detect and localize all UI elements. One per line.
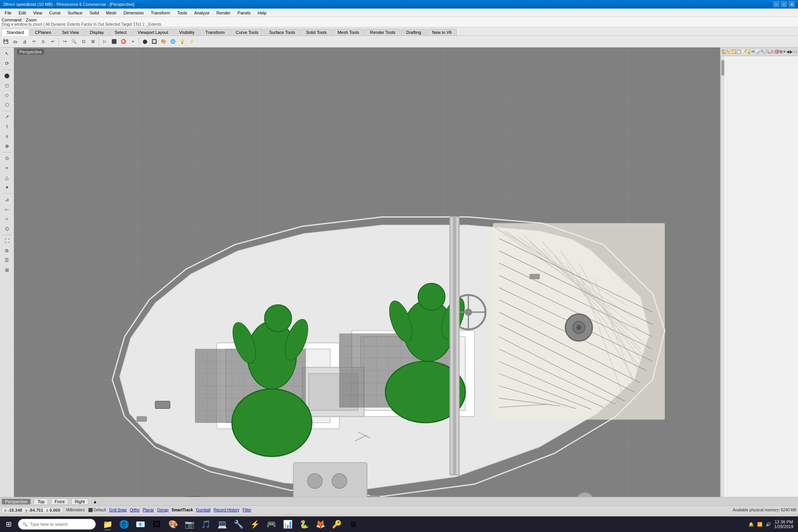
taskbar-app-7[interactable]: 💻 (214, 517, 230, 531)
right-panel-icon-17[interactable]: ↓ (796, 48, 798, 55)
left-tool-20[interactable]: ☰ (2, 256, 12, 265)
smart-track-status[interactable]: SmartTrack (172, 508, 193, 512)
right-panel-icon-4[interactable]: 📝 (742, 48, 746, 55)
toolbar-icon-15[interactable]: 🔲 (150, 37, 159, 46)
left-tool-4[interactable]: ◇ (2, 90, 12, 100)
right-panel-icon-14[interactable]: ◀ (786, 48, 789, 55)
taskbar-app-10[interactable]: 🎮 (263, 517, 279, 531)
status-snap-osnap[interactable]: Osnap (157, 508, 168, 512)
toolbar-icon-3[interactable]: ✂ (30, 37, 38, 46)
toolbar-icon-19[interactable]: ⚡ (187, 37, 196, 46)
left-tool-9[interactable]: ⊕ (2, 141, 12, 151)
toolbar-tab-visibility[interactable]: Visibility (174, 29, 200, 35)
taskbar-app-0[interactable]: 📁 (100, 517, 115, 531)
status-record-history[interactable]: Record History (214, 508, 239, 512)
menu-item-analyze[interactable]: Analyze (191, 10, 212, 16)
toolbar-icon-14[interactable]: ⬤ (141, 37, 149, 46)
menu-item-file[interactable]: File (2, 10, 15, 16)
left-tool-17[interactable]: ⌬ (2, 224, 12, 233)
toolbar-icon-1[interactable]: 🗁 (11, 37, 19, 46)
right-panel-icon-15[interactable]: ▶ (790, 48, 793, 55)
left-tool-12[interactable]: △ (2, 173, 12, 182)
toolbar-icon-2[interactable]: 🖨 (20, 37, 29, 46)
viewport-split-tab-perspective[interactable]: Perspective (2, 498, 31, 505)
right-panel-icon-1[interactable]: 📐 (726, 48, 731, 55)
minimize-button[interactable]: ─ (773, 1, 779, 7)
status-gumball[interactable]: Gumball (196, 508, 210, 512)
toolbar-tab-mesh-tools[interactable]: Mesh Tools (332, 29, 364, 35)
toolbar-tab-display[interactable]: Display (85, 29, 109, 35)
right-panel-icon-8[interactable]: 🔧 (760, 48, 765, 55)
status-snap-planar[interactable]: Planar (143, 508, 154, 512)
left-tool-21[interactable]: ⊞ (2, 265, 12, 275)
toolbar-tab-surface-tools[interactable]: Surface Tools (264, 29, 300, 35)
restore-button[interactable]: □ (781, 1, 787, 7)
toolbar-icon-8[interactable]: ⊡ (79, 37, 88, 46)
left-tool-15[interactable]: ⟜ (2, 205, 12, 214)
toolbar-tab-drafting[interactable]: Drafting (401, 29, 426, 35)
menu-item-edit[interactable]: Edit (16, 10, 29, 16)
menu-item-render[interactable]: Render (214, 10, 234, 16)
right-panel-icon-9[interactable]: 🔍 (765, 48, 770, 55)
taskbar-app-14[interactable]: 🔑 (329, 517, 344, 531)
menu-item-dimension[interactable]: Dimension (120, 10, 147, 16)
toolbar-tab-cplanes[interactable]: CPlanes (30, 29, 56, 35)
taskbar-app-5[interactable]: 📷 (182, 517, 197, 531)
toolbar-icon-9[interactable]: ⊞ (88, 37, 97, 46)
status-snap-grid-snap[interactable]: Grid Snap (109, 508, 127, 512)
taskbar-app-9[interactable]: ⚡ (247, 517, 263, 531)
left-tool-5[interactable]: ⬡ (2, 100, 12, 110)
viewport-split-tab-front[interactable]: Front (51, 498, 68, 505)
taskbar-app-8[interactable]: 🔧 (231, 517, 246, 531)
close-button[interactable]: ✕ (789, 1, 795, 7)
right-panel-icon-16[interactable]: ↑ (793, 48, 795, 55)
menu-item-mesh[interactable]: Mesh (103, 10, 120, 16)
left-tool-18[interactable]: ⛶ (2, 236, 12, 246)
toolbar-tab-viewport-layout[interactable]: Viewport Layout (132, 29, 173, 35)
right-panel-icon-5[interactable]: 💡 (747, 48, 751, 55)
left-tool-10[interactable]: ⊙ (2, 154, 12, 163)
toolbar-tab-render-tools[interactable]: Render Tools (365, 29, 401, 35)
right-panel-icon-10[interactable]: ⚠ (770, 48, 774, 55)
left-tool-1[interactable]: ⟳ (2, 59, 12, 68)
taskbar-app-6[interactable]: 🎵 (198, 517, 214, 531)
status-snap-ortho[interactable]: Ortho (130, 508, 139, 512)
toolbar-icon-7[interactable]: 🔍 (70, 37, 78, 46)
toolbar-tab-set-view[interactable]: Set View (57, 29, 84, 35)
left-tool-16[interactable]: ≈ (2, 214, 12, 224)
taskbar-app-2[interactable]: 📧 (132, 517, 148, 531)
menu-item-tools[interactable]: Tools (174, 10, 191, 16)
toolbar-icon-12[interactable]: ⭕ (119, 37, 128, 46)
right-panel-icon-7[interactable]: 📊 (755, 48, 760, 55)
right-panel-icon-13[interactable]: ✕ (783, 48, 786, 55)
right-panel-icon-3[interactable]: 📋 (736, 48, 741, 55)
toolbar-icon-18[interactable]: 💡 (178, 37, 187, 46)
right-panel-icon-12[interactable]: ⊞ (779, 48, 782, 55)
windows-start-button[interactable]: ⊞ (2, 517, 16, 531)
left-tool-7[interactable]: ⌇ (2, 122, 12, 131)
toolbar-icon-10[interactable]: ▷ (101, 37, 109, 46)
toolbar-icon-6[interactable]: ↪ (60, 37, 69, 46)
left-tool-6[interactable]: ↗ (2, 112, 12, 122)
left-tool-2[interactable]: ⬤ (2, 71, 12, 80)
toolbar-icon-16[interactable]: 🎨 (159, 37, 168, 46)
toolbar-icon-4[interactable]: ⎘ (39, 37, 48, 46)
taskbar-app-3[interactable]: 🖼 (149, 517, 164, 531)
left-tool-11[interactable]: ⌖ (2, 163, 12, 173)
menu-item-transform[interactable]: Transform (148, 10, 173, 16)
toolbar-icon-13[interactable]: ⌖ (129, 37, 137, 46)
toolbar-tab-solid-tools[interactable]: Solid Tools (301, 29, 332, 35)
menu-item-view[interactable]: View (30, 10, 46, 16)
toolbar-tab-standard[interactable]: Standard (2, 29, 29, 36)
right-panel-icon-6[interactable]: ✏ (752, 48, 755, 55)
taskbar-app-4[interactable]: 🎨 (165, 517, 181, 531)
toolbar-icon-0[interactable]: 💾 (2, 37, 10, 46)
right-panel-icon-0[interactable]: 🏠 (721, 48, 726, 55)
right-panel-icon-11[interactable]: 🎯 (774, 48, 779, 55)
taskbar-app-13[interactable]: 🦊 (312, 517, 328, 531)
left-tool-14[interactable]: ⊿ (2, 195, 12, 204)
toolbar-tab-curve-tools[interactable]: Curve Tools (231, 29, 263, 35)
taskbar-search[interactable]: 🔍 Type here to search (18, 519, 96, 530)
toolbar-icon-5[interactable]: ↩ (48, 37, 57, 46)
viewport-area[interactable]: Perspective (14, 48, 720, 497)
